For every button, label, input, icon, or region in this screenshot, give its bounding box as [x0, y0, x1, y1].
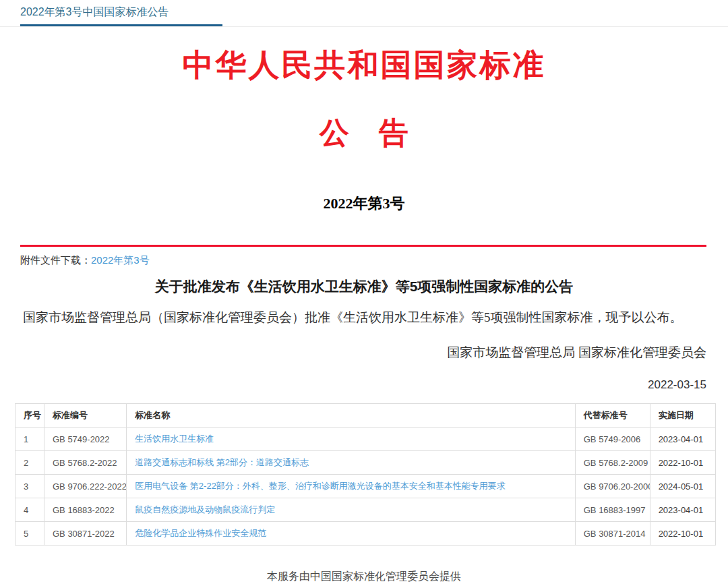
announcement-date: 2022-03-15	[0, 378, 706, 392]
standard-name-link[interactable]: 生活饮用水卫生标准	[135, 434, 214, 444]
replaced-code-cell: GB 5749-2006	[575, 428, 650, 451]
issue-number: 2022年第3号	[0, 194, 728, 214]
red-divider	[20, 245, 706, 247]
standard-name-link[interactable]: 危险化学品企业特殊作业安全规范	[135, 528, 266, 538]
banner-title: 中华人民共和国国家标准	[0, 45, 728, 86]
effective-date-cell: 2023-04-01	[650, 428, 715, 451]
attachment-row: 附件文件下载：2022年第3号	[20, 254, 728, 267]
standard-name-cell: 道路交通标志和标线 第2部分：道路交通标志	[127, 451, 576, 475]
standard-name-cell: 生活饮用水卫生标准	[127, 428, 576, 451]
table-row: 1GB 5749-2022生活饮用水卫生标准GB 5749-20062023-0…	[16, 428, 716, 451]
standard-code-cell: GB 16883-2022	[44, 498, 127, 522]
table-row: 5GB 30871-2022危险化学品企业特殊作业安全规范GB 30871-20…	[16, 522, 716, 546]
attachment-download-link[interactable]: 2022年第3号	[91, 254, 150, 266]
banner-subtitle: 公 告	[0, 113, 728, 153]
col-header-index: 序号	[16, 404, 44, 428]
tab-bar: 2022年第3号中国国家标准公告	[0, 0, 728, 27]
standard-name-link[interactable]: 鼠疫自然疫源地及动物鼠疫流行判定	[135, 504, 275, 514]
footer-service-note: 本服务由中国国家标准化管理委员会提供	[0, 570, 728, 584]
col-header-name: 标准名称	[127, 404, 576, 428]
standard-name-link[interactable]: 医用电气设备 第2-22部分：外科、整形、治疗和诊断用激光设备的基本安全和基本性…	[135, 481, 506, 491]
row-index-cell: 5	[16, 522, 44, 546]
row-index-cell: 4	[16, 498, 44, 522]
replaced-code-cell: GB 5768.2-2009	[575, 451, 650, 475]
standard-name-cell: 医用电气设备 第2-22部分：外科、整形、治疗和诊断用激光设备的基本安全和基本性…	[127, 475, 576, 498]
col-header-replaces: 代替标准号	[575, 404, 650, 428]
effective-date-cell: 2024-05-01	[650, 475, 715, 498]
standard-name-cell: 鼠疫自然疫源地及动物鼠疫流行判定	[127, 498, 576, 522]
announcement-signature: 国家市场监督管理总局 国家标准化管理委员会	[0, 344, 706, 361]
table-row: 2GB 5768.2-2022道路交通标志和标线 第2部分：道路交通标志GB 5…	[16, 451, 716, 475]
tab-announcement-2022-no3[interactable]: 2022年第3号中国国家标准公告	[20, 5, 222, 26]
effective-date-cell: 2022-10-01	[650, 451, 715, 475]
row-index-cell: 1	[16, 428, 44, 451]
effective-date-cell: 2022-10-01	[650, 522, 715, 546]
table-row: 4GB 16883-2022鼠疫自然疫源地及动物鼠疫流行判定GB 16883-1…	[16, 498, 716, 522]
announcement-body: 国家市场监督管理总局（国家标准化管理委员会）批准《生活饮用水卫生标准》等5项强制…	[23, 309, 705, 326]
col-header-code: 标准编号	[44, 404, 127, 428]
row-index-cell: 3	[16, 475, 44, 498]
replaced-code-cell: GB 9706.20-2000	[575, 475, 650, 498]
standards-table: 序号 标准编号 标准名称 代替标准号 实施日期 1GB 5749-2022生活饮…	[15, 403, 716, 546]
announcement-heading: 关于批准发布《生活饮用水卫生标准》等5项强制性国家标准的公告	[27, 277, 701, 296]
col-header-date: 实施日期	[650, 404, 715, 428]
standard-code-cell: GB 9706.222-2022	[44, 475, 127, 498]
standard-code-cell: GB 30871-2022	[44, 522, 127, 546]
replaced-code-cell: GB 30871-2014	[575, 522, 650, 546]
table-header-row: 序号 标准编号 标准名称 代替标准号 实施日期	[16, 404, 716, 428]
row-index-cell: 2	[16, 451, 44, 475]
standard-name-cell: 危险化学品企业特殊作业安全规范	[127, 522, 576, 546]
table-row: 3GB 9706.222-2022医用电气设备 第2-22部分：外科、整形、治疗…	[16, 475, 716, 498]
replaced-code-cell: GB 16883-1997	[575, 498, 650, 522]
standard-code-cell: GB 5768.2-2022	[44, 451, 127, 475]
standard-code-cell: GB 5749-2022	[44, 428, 127, 451]
effective-date-cell: 2023-04-01	[650, 498, 715, 522]
attachment-label: 附件文件下载：	[20, 254, 91, 266]
standard-name-link[interactable]: 道路交通标志和标线 第2部分：道路交通标志	[135, 457, 309, 467]
